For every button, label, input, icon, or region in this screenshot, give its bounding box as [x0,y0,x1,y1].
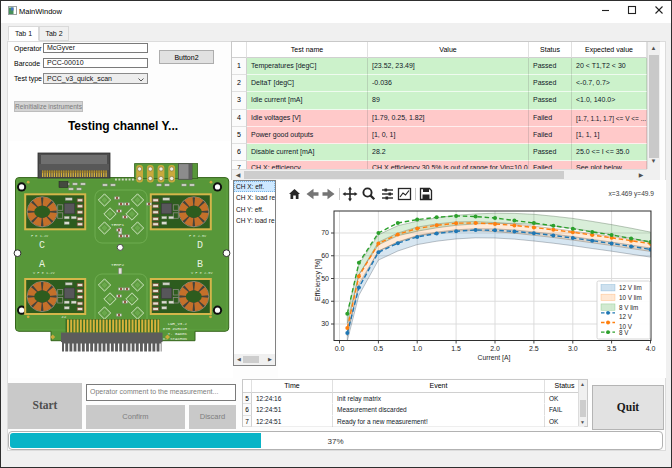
svg-text:8 V lim: 8 V lim [619,304,638,311]
svg-text:0.5: 0.5 [374,345,384,352]
svg-text:Current [A]: Current [A] [478,354,511,362]
svg-text:D: D [197,240,203,251]
svg-text:F E 1.2V: F E 1.2V [31,234,49,238]
svg-text:1.0: 1.0 [412,345,422,352]
svg-text:V F E 2.5V: V F E 2.5V [191,271,213,275]
svg-text:10 V lim: 10 V lim [619,294,642,301]
svg-text:A: A [39,259,45,270]
svg-text:TEMP1: TEMP1 [111,222,125,227]
svg-text:40: 40 [321,298,329,305]
svg-text:TEMP2: TEMP2 [111,262,125,267]
svg-text:LWR_v3.2: LWR_v3.2 [168,322,188,326]
svg-text:3.0: 3.0 [568,345,578,352]
svg-text:50: 50 [321,275,329,282]
svg-text:T. GADEK: T. GADEK [168,332,188,336]
svg-text:ETH ZURICH: ETH ZURICH [163,327,188,331]
svg-text:30: 30 [321,320,329,327]
svg-text:K. STACHON: K. STACHON [163,337,188,341]
svg-text:Efficiency [%]: Efficiency [%] [314,259,322,301]
svg-text:F E 2.5V: F E 2.5V [189,234,207,238]
svg-text:12 V lim: 12 V lim [619,284,642,291]
svg-text:B: B [197,259,203,270]
svg-text:8 V: 8 V [619,329,629,336]
svg-text:V F E 1.2V: V F E 1.2V [33,271,55,275]
svg-text:C: C [39,240,45,251]
svg-text:0.0: 0.0 [335,345,345,352]
svg-text:60: 60 [321,252,329,259]
svg-text:J2: J2 [61,314,67,319]
svg-text:1.5: 1.5 [451,345,461,352]
svg-text:70: 70 [321,229,329,236]
svg-text:x=3.469 y=49.9: x=3.469 y=49.9 [609,190,655,198]
svg-text:12 V: 12 V [619,313,633,320]
svg-text:2.5: 2.5 [529,345,539,352]
svg-text:2.0: 2.0 [490,345,500,352]
svg-text:4.0: 4.0 [646,345,656,352]
svg-text:3.5: 3.5 [607,345,617,352]
